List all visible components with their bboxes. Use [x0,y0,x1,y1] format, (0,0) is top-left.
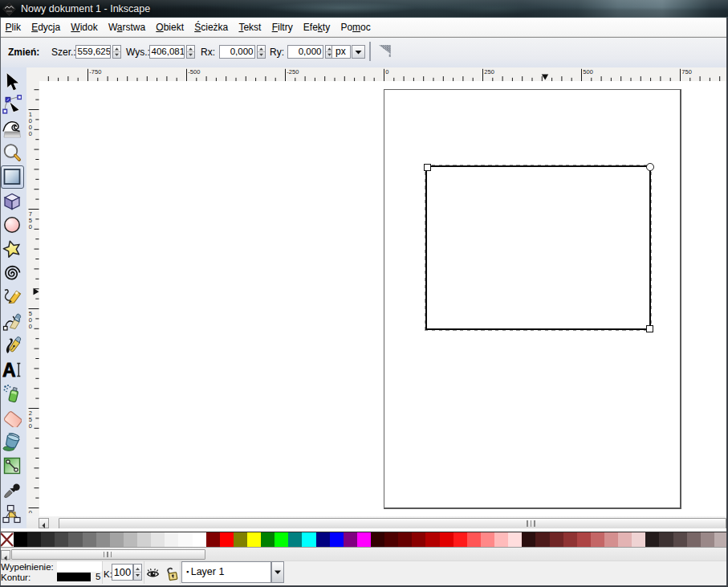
svg-text:0: 0 [385,68,388,75]
svg-text:-750: -750 [89,68,101,75]
svg-text:500: 500 [583,68,593,75]
svg-text:A: A [2,360,16,379]
svg-text:0: 0 [29,509,32,513]
svg-text:0: 0 [29,323,32,330]
svg-text:-250: -250 [287,68,299,75]
svg-text:750: 750 [681,68,692,75]
svg-text:-500: -500 [188,68,200,75]
svg-text:0: 0 [29,223,32,230]
svg-text:0: 0 [29,422,32,430]
svg-text:0: 0 [29,130,32,137]
svg-text:250: 250 [484,68,494,75]
